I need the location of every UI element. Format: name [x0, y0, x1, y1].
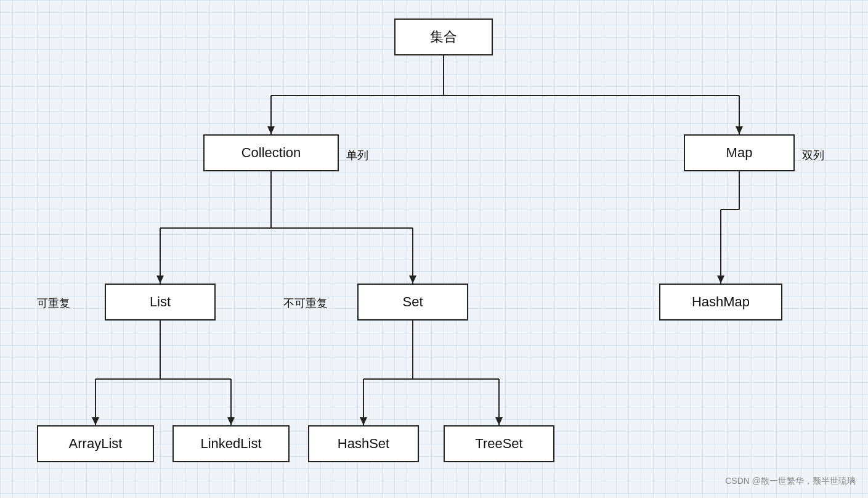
node-arraylist: ArrayList — [37, 425, 154, 462]
node-collection: Collection — [203, 134, 339, 171]
node-set-label: Set — [402, 294, 423, 310]
svg-marker-11 — [409, 276, 416, 284]
node-set: Set — [357, 284, 468, 320]
node-list: List — [105, 284, 216, 320]
node-jihe-label: 集合 — [430, 28, 457, 46]
node-hashmap-label: HashMap — [692, 294, 750, 310]
node-hashmap: HashMap — [659, 284, 782, 320]
watermark: CSDN @散一世繁华，颓半世琉璃 — [725, 476, 856, 487]
node-list-label: List — [150, 294, 171, 310]
connection-lines — [0, 0, 868, 498]
node-linkedlist-label: LinkedList — [200, 436, 261, 452]
label-nonrepeatable: 不可重复 — [283, 296, 328, 311]
node-arraylist-label: ArrayList — [69, 436, 123, 452]
svg-marker-9 — [156, 276, 164, 284]
node-linkedlist: LinkedList — [172, 425, 290, 462]
node-hashset: HashSet — [308, 425, 419, 462]
svg-marker-21 — [227, 417, 235, 425]
svg-marker-19 — [92, 417, 99, 425]
node-map-label: Map — [726, 145, 753, 161]
label-repeatable: 可重复 — [37, 296, 70, 311]
svg-marker-25 — [360, 417, 367, 425]
svg-marker-3 — [267, 126, 275, 134]
node-jihe: 集合 — [394, 18, 493, 55]
node-treeset: TreeSet — [444, 425, 554, 462]
node-map: Map — [684, 134, 795, 171]
node-treeset-label: TreeSet — [475, 436, 522, 452]
node-hashset-label: HashSet — [338, 436, 389, 452]
svg-marker-5 — [736, 126, 743, 134]
svg-marker-15 — [717, 276, 724, 284]
diagram-container: 集合 Collection Map List Set HashMap Array… — [0, 0, 868, 498]
label-single: 单列 — [346, 148, 368, 163]
node-collection-label: Collection — [241, 145, 301, 161]
svg-marker-27 — [495, 417, 503, 425]
label-double: 双列 — [802, 148, 824, 163]
